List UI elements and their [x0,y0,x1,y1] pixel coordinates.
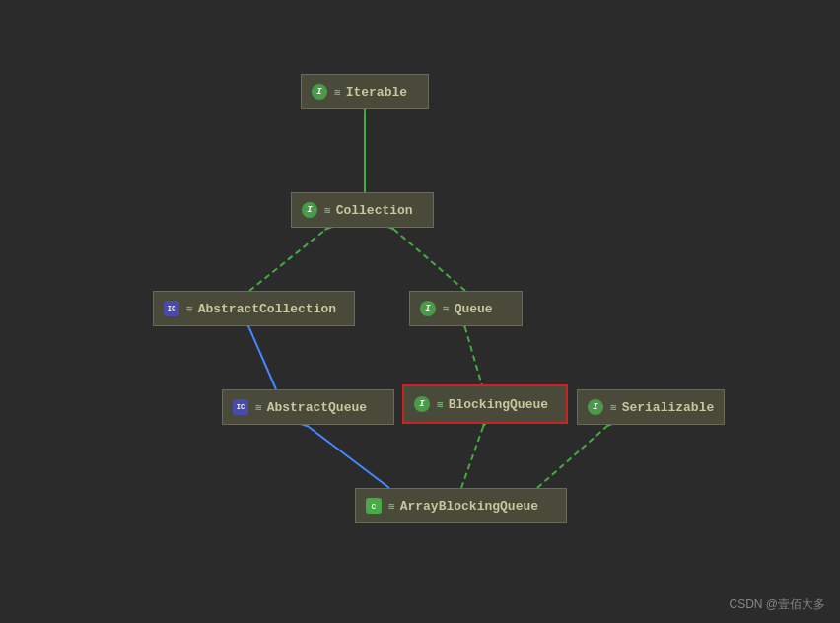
label-iterable: Iterable [346,85,407,100]
icon-iterable: I [312,84,327,100]
node-queue[interactable]: I ≋ Queue [409,291,523,326]
label-abstractqueue: AbstractQueue [267,400,367,415]
icon-collection: I [302,202,317,218]
icon-blockingqueue: I [414,396,430,412]
node-iterable[interactable]: I ≋ Iterable [301,74,429,109]
wave-abstractqueue: ≋ [255,401,262,414]
label-blockingqueue: BlockingQueue [449,397,548,412]
svg-line-10 [461,427,483,488]
node-collection[interactable]: I ≋ Collection [291,192,434,228]
svg-line-8 [465,328,483,389]
wave-iterable: ≋ [334,86,341,99]
icon-abstractqueue: IC [233,399,248,415]
svg-line-9 [309,427,389,488]
wave-blockingqueue: ≋ [437,398,444,411]
label-arrayblockingqueue: ArrayBlockingQueue [400,499,538,514]
wave-abstractcollection: ≋ [186,303,193,315]
wave-queue: ≋ [443,303,450,315]
node-serializable[interactable]: I ≋ Serializable [577,389,725,425]
wave-serializable: ≋ [610,401,617,414]
svg-line-7 [249,328,276,389]
icon-abstractcollection: IC [164,301,179,316]
svg-line-6 [394,230,465,291]
svg-line-11 [537,427,606,488]
icon-serializable: I [588,399,603,415]
watermark: CSDN @壹佰大多 [729,596,825,613]
node-arrayblockingqueue[interactable]: C ≋ ArrayBlockingQueue [355,488,567,523]
node-abstractcollection[interactable]: IC ≋ AbstractCollection [153,291,355,326]
label-queue: Queue [455,302,493,316]
svg-line-5 [249,230,325,291]
diagram-container: I ≋ Iterable I ≋ Collection IC ≋ Abstrac… [0,0,840,623]
wave-arrayblockingqueue: ≋ [388,500,395,513]
icon-queue: I [420,301,436,316]
node-abstractqueue[interactable]: IC ≋ AbstractQueue [222,389,394,425]
label-abstractcollection: AbstractCollection [198,302,336,316]
icon-arrayblockingqueue: C [366,498,382,514]
label-collection: Collection [336,203,413,218]
label-serializable: Serializable [622,400,715,415]
wave-collection: ≋ [324,204,331,217]
node-blockingqueue[interactable]: I ≋ BlockingQueue [402,384,568,424]
